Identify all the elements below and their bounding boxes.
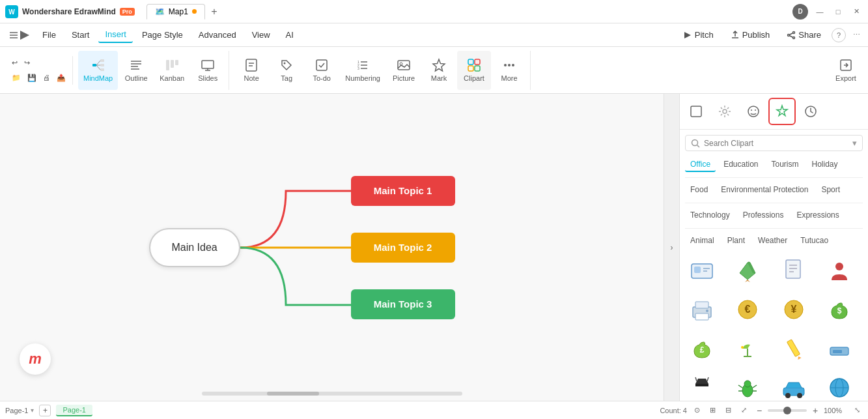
kanban-tool[interactable]: Kanban bbox=[154, 51, 189, 90]
page-tab-bar: Page-1 ▾ bbox=[5, 407, 34, 414]
cat-tutucao[interactable]: Tutucao bbox=[795, 234, 833, 248]
page-tab-label-left[interactable]: Page-1 bbox=[5, 407, 28, 414]
help-button[interactable]: ? bbox=[832, 28, 846, 42]
clipart-item-pound-bag[interactable]: £ bbox=[685, 332, 719, 366]
save-button[interactable]: 💾 bbox=[25, 71, 39, 85]
redo-button[interactable]: ↪ bbox=[21, 56, 33, 70]
pitch-button[interactable]: Pitch bbox=[677, 27, 720, 42]
fullscreen-icon[interactable]: ⤢ bbox=[738, 405, 749, 416]
zoom-in-button[interactable]: + bbox=[809, 405, 821, 416]
open-button[interactable]: 📁 bbox=[9, 71, 23, 85]
mindmap-tool[interactable]: MindMap bbox=[78, 51, 118, 90]
cat-education[interactable]: Education bbox=[718, 158, 763, 172]
menu-insert[interactable]: Insert bbox=[98, 27, 133, 43]
layout-icon-1[interactable]: ⊞ bbox=[707, 405, 718, 416]
minimize-button[interactable]: — bbox=[813, 5, 826, 18]
page-dropdown-icon[interactable]: ▾ bbox=[31, 407, 34, 414]
search-dropdown-icon[interactable]: ▾ bbox=[852, 138, 857, 148]
zoom-out-button[interactable]: − bbox=[753, 405, 765, 416]
menu-start[interactable]: Start bbox=[65, 27, 96, 42]
close-button[interactable]: ✕ bbox=[850, 5, 863, 18]
main-idea-node[interactable]: Main Idea bbox=[149, 228, 240, 267]
clipart-item-person[interactable] bbox=[822, 253, 856, 287]
cat-tourism[interactable]: Tourism bbox=[766, 158, 804, 172]
canvas[interactable]: Main Idea Main Topic 1 Main Topic 2 Main… bbox=[0, 94, 664, 401]
watermark-logo: m bbox=[29, 351, 42, 368]
cat-holiday[interactable]: Holiday bbox=[807, 158, 843, 172]
cat-food[interactable]: Food bbox=[685, 183, 713, 197]
numbering-tool[interactable]: 123 Numbering bbox=[340, 51, 385, 90]
note-tool[interactable]: Note bbox=[234, 51, 268, 90]
page-add-button[interactable]: + bbox=[39, 405, 51, 416]
cat-sport[interactable]: Sport bbox=[816, 183, 845, 197]
print-button[interactable]: 🖨 bbox=[40, 71, 53, 85]
picture-tool[interactable]: Picture bbox=[387, 51, 421, 90]
menu-page-style[interactable]: Page Style bbox=[135, 27, 189, 42]
panel-emoji-icon[interactable] bbox=[740, 98, 767, 125]
cat-technology[interactable]: Technology bbox=[685, 209, 735, 223]
todo-tool[interactable]: To-do bbox=[305, 51, 339, 90]
panel-sparkle-icon[interactable] bbox=[711, 98, 738, 125]
clipart-item-printer[interactable] bbox=[685, 293, 719, 326]
clipart-item-yen[interactable]: ¥ bbox=[777, 293, 811, 326]
menu-ai[interactable]: AI bbox=[279, 27, 300, 42]
menu-advanced[interactable]: Advanced bbox=[192, 27, 243, 42]
topic-2-node[interactable]: Main Topic 2 bbox=[351, 233, 455, 263]
app-name: Wondershare EdrawMind bbox=[22, 7, 116, 16]
maximize-button[interactable]: □ bbox=[832, 5, 845, 18]
panel-clock-icon[interactable] bbox=[797, 98, 824, 125]
clipart-search-input[interactable] bbox=[704, 139, 848, 148]
topic-3-node[interactable]: Main Topic 3 bbox=[351, 289, 455, 319]
svg-rect-44 bbox=[468, 66, 473, 71]
current-page-tab[interactable]: Page-1 bbox=[56, 405, 92, 416]
clipart-item-binder-clip[interactable] bbox=[685, 371, 719, 401]
clipart-item-desk-lamp[interactable] bbox=[731, 332, 764, 366]
cat-plant[interactable]: Plant bbox=[722, 234, 750, 248]
sidebar-toggle[interactable] bbox=[5, 28, 33, 42]
clipart-item-moneybag[interactable]: $ bbox=[822, 293, 856, 326]
tab-add-button[interactable]: + bbox=[206, 4, 222, 20]
clipart-item-document[interactable] bbox=[777, 253, 811, 287]
tab-map1[interactable]: 🗺️ Map1 bbox=[147, 4, 205, 20]
clipart-item-globe[interactable] bbox=[822, 371, 856, 401]
menu-view[interactable]: View bbox=[245, 27, 277, 42]
cat-professions[interactable]: Professions bbox=[738, 209, 789, 223]
topic-1-node[interactable]: Main Topic 1 bbox=[351, 176, 455, 206]
publish-button[interactable]: Publish bbox=[724, 27, 777, 42]
clipart-item-bug[interactable] bbox=[731, 371, 764, 401]
clipart-tool[interactable]: Clipart bbox=[457, 51, 491, 90]
clipart-item-pen[interactable] bbox=[731, 253, 764, 287]
clipart-item-euro[interactable]: € bbox=[731, 293, 764, 326]
panel-clipart-icon[interactable] bbox=[768, 98, 796, 125]
canvas-scrollbar-thumb[interactable] bbox=[267, 392, 319, 396]
panel-shape-icon[interactable] bbox=[682, 98, 710, 125]
settings-button[interactable]: ⋯ bbox=[850, 29, 863, 42]
expand-icon[interactable]: ⤡ bbox=[851, 405, 863, 416]
clipart-item-id-card[interactable] bbox=[685, 253, 719, 287]
cat-env-protection[interactable]: Environmental Protection bbox=[716, 183, 813, 197]
canvas-scrollbar[interactable] bbox=[202, 392, 462, 396]
outline-tool[interactable]: Outline bbox=[119, 51, 153, 90]
cat-expressions[interactable]: Expressions bbox=[791, 209, 844, 223]
fit-screen-icon[interactable]: ⊙ bbox=[691, 405, 703, 416]
clipart-item-car[interactable] bbox=[777, 371, 811, 401]
slides-tool[interactable]: Slides bbox=[191, 51, 225, 90]
avatar[interactable]: D bbox=[792, 4, 808, 20]
zoom-slider[interactable] bbox=[768, 409, 807, 412]
tag-tool[interactable]: Tag bbox=[270, 51, 303, 90]
share-button[interactable]: Share bbox=[780, 27, 828, 42]
panel-collapse-button[interactable]: › bbox=[664, 94, 679, 401]
undo-button[interactable]: ↩ bbox=[9, 56, 20, 70]
zoom-slider-thumb[interactable] bbox=[783, 407, 791, 414]
layout-icon-2[interactable]: ⊟ bbox=[722, 405, 734, 416]
cat-animal[interactable]: Animal bbox=[685, 234, 720, 248]
mark-tool[interactable]: Mark bbox=[422, 51, 456, 90]
clipart-item-stapler[interactable] bbox=[822, 332, 856, 366]
clipart-item-pencil[interactable] bbox=[777, 332, 811, 366]
cat-weather[interactable]: Weather bbox=[753, 234, 792, 248]
export-small-button[interactable]: 📤 bbox=[54, 71, 68, 85]
menu-file[interactable]: File bbox=[36, 27, 63, 42]
export-button[interactable]: Export bbox=[829, 51, 863, 90]
more-tool[interactable]: More bbox=[492, 51, 526, 90]
cat-office[interactable]: Office bbox=[685, 158, 716, 172]
